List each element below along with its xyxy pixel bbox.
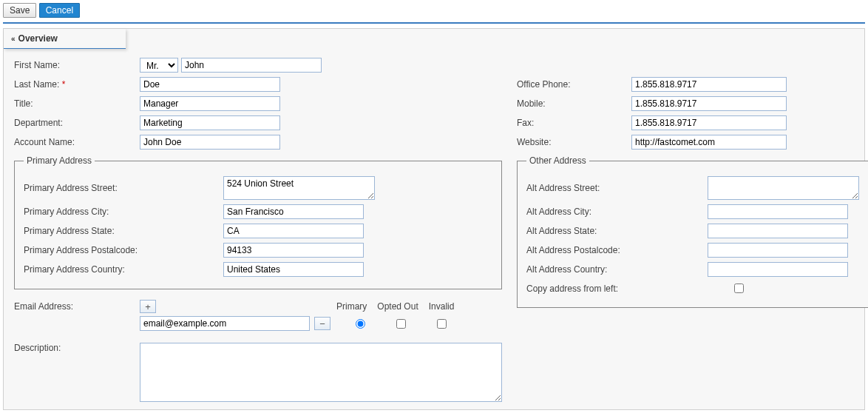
a-postal-input[interactable] xyxy=(708,243,848,258)
divider-top xyxy=(3,22,865,24)
form-area: First Name: Mr. Last Name: * Title: xyxy=(4,53,864,409)
overview-panel: «Overview First Name: Mr. Last Name: * xyxy=(3,28,865,410)
label-p-state: Primary Address State: xyxy=(24,226,223,236)
email-input-0[interactable] xyxy=(140,316,310,331)
p-state-input[interactable] xyxy=(223,224,364,238)
label-copy-left: Copy address from left: xyxy=(526,284,708,294)
primary-address-group: Primary Address Primary Address Street: … xyxy=(14,155,502,289)
label-a-city: Alt Address City: xyxy=(526,207,708,217)
label-description: Description: xyxy=(14,343,140,402)
label-title: Title: xyxy=(14,98,140,109)
email-primary-radio-0[interactable] xyxy=(356,319,365,329)
label-office-phone: Office Phone: xyxy=(517,79,631,90)
plus-icon: + xyxy=(145,302,151,312)
remove-email-button[interactable]: − xyxy=(314,317,330,330)
a-state-input[interactable] xyxy=(708,224,848,238)
first-name-input[interactable] xyxy=(181,58,322,73)
email-invalid-check-0[interactable] xyxy=(437,319,447,329)
label-mobile: Mobile: xyxy=(517,98,631,109)
label-first-name: First Name: xyxy=(14,60,140,70)
label-website: Website: xyxy=(517,137,631,147)
email-optout-check-0[interactable] xyxy=(396,319,406,329)
title-input[interactable] xyxy=(140,96,280,111)
section-overview-title: Overview xyxy=(18,33,58,44)
department-input[interactable] xyxy=(140,115,280,130)
a-country-input[interactable] xyxy=(708,262,848,277)
label-a-country: Alt Address Country: xyxy=(526,264,708,275)
collapse-icon: « xyxy=(11,35,16,43)
website-input[interactable] xyxy=(631,135,787,150)
section-overview-header[interactable]: «Overview xyxy=(4,29,126,49)
other-address-legend: Other Address xyxy=(526,155,589,166)
col-right: Office Phone: Mobile: Fax: Website: Othe… xyxy=(517,53,868,402)
p-street-input[interactable]: 524 Union Street xyxy=(223,176,375,200)
toolbar: Save Cancel xyxy=(0,0,868,22)
a-street-input[interactable] xyxy=(708,176,859,200)
label-last-name: Last Name: * xyxy=(14,79,140,90)
minus-icon: − xyxy=(319,319,325,329)
save-button[interactable]: Save xyxy=(3,3,36,18)
email-header-invalid: Invalid xyxy=(429,301,455,312)
email-header-opted: Opted Out xyxy=(377,301,418,312)
fax-input[interactable] xyxy=(631,115,787,130)
last-name-input[interactable] xyxy=(140,77,280,92)
primary-address-legend: Primary Address xyxy=(24,155,95,166)
label-email: Email Address: xyxy=(14,301,140,312)
required-marker: * xyxy=(62,79,66,90)
cancel-button[interactable]: Cancel xyxy=(39,3,80,18)
label-p-postal: Primary Address Postalcode: xyxy=(24,245,223,255)
label-account-name: Account Name: xyxy=(14,137,140,147)
description-textarea[interactable] xyxy=(140,343,502,402)
mobile-input[interactable] xyxy=(631,96,787,111)
office-phone-input[interactable] xyxy=(631,77,787,92)
p-country-input[interactable] xyxy=(223,262,364,277)
other-address-group: Other Address Alt Address Street: Alt Ad… xyxy=(517,155,868,308)
account-name-input[interactable] xyxy=(140,135,280,150)
label-a-street: Alt Address Street: xyxy=(526,183,708,193)
label-fax: Fax: xyxy=(517,118,631,128)
col-left: First Name: Mr. Last Name: * Title: xyxy=(14,53,502,402)
label-a-postal: Alt Address Postalcode: xyxy=(526,245,708,255)
label-department: Department: xyxy=(14,118,140,128)
salutation-select[interactable]: Mr. xyxy=(140,58,178,73)
label-p-country: Primary Address Country: xyxy=(24,264,223,275)
email-header-primary: Primary xyxy=(336,301,367,312)
p-postal-input[interactable] xyxy=(223,243,364,258)
p-city-input[interactable] xyxy=(223,204,364,219)
a-city-input[interactable] xyxy=(708,204,848,219)
label-a-state: Alt Address State: xyxy=(526,226,708,236)
copy-address-checkbox[interactable] xyxy=(734,284,744,293)
label-p-city: Primary Address City: xyxy=(24,207,223,217)
add-email-button[interactable]: + xyxy=(140,300,156,313)
label-p-street: Primary Address Street: xyxy=(24,183,223,193)
